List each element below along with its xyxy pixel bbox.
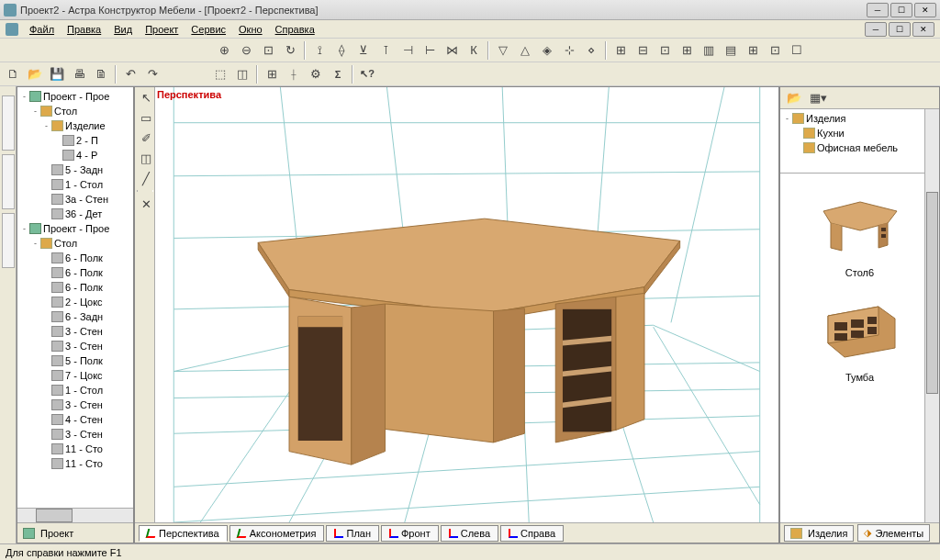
layout-icon[interactable]: ⊡ xyxy=(655,40,675,61)
dock-tab[interactable] xyxy=(2,95,15,151)
tool-icon[interactable]: ⟠ xyxy=(331,40,352,61)
tab-products[interactable]: Изделия xyxy=(784,525,854,542)
tree-node[interactable]: Кухни xyxy=(782,126,937,140)
tree-node[interactable]: -Проект - Прое xyxy=(19,89,131,104)
layout-icon[interactable]: ▥ xyxy=(699,40,719,61)
tab-elements[interactable]: ⬗Элементы xyxy=(857,524,930,542)
measure-icon[interactable]: ⟊ xyxy=(284,64,304,84)
select-icon[interactable]: ⬚ xyxy=(210,64,230,84)
tree-node[interactable]: 36 - Дет xyxy=(19,207,131,221)
tree-node[interactable]: 4 - Р xyxy=(19,148,131,162)
tree-node[interactable]: 2 - Цокс xyxy=(19,295,131,309)
project-tree[interactable]: -Проект - Прое-Стол-Изделие 2 - П 4 - Р … xyxy=(17,87,133,508)
tree-node[interactable]: 11 - Сто xyxy=(19,456,131,471)
tool-icon[interactable]: ⋈ xyxy=(442,40,462,61)
tree-node[interactable]: 6 - Полк xyxy=(19,251,131,265)
horizontal-scrollbar[interactable] xyxy=(17,508,133,522)
sum-icon[interactable]: Σ xyxy=(328,64,348,84)
gallery-item[interactable]: Стол6 xyxy=(810,181,911,278)
tree-node[interactable]: 3а - Стен xyxy=(19,192,131,207)
tool-icon[interactable]: ⊢ xyxy=(420,40,440,61)
tree-node[interactable]: 2 - П xyxy=(19,133,131,148)
tree-node[interactable]: 6 - Полк xyxy=(19,265,131,280)
tree-node[interactable]: 7 - Цокс xyxy=(19,368,131,383)
box-icon[interactable]: ▭ xyxy=(136,107,156,128)
tool-icon[interactable]: ◫ xyxy=(232,64,252,84)
dock-tab[interactable] xyxy=(2,154,15,209)
tool-icon[interactable]: ⊺ xyxy=(375,40,396,61)
tree-node[interactable]: 1 - Стол xyxy=(19,177,131,192)
move-icon[interactable]: ◫ xyxy=(136,148,156,168)
mdi-minimize-button[interactable]: ─ xyxy=(865,22,887,37)
undo-icon[interactable]: ↶ xyxy=(120,64,140,84)
layout-icon[interactable]: ☐ xyxy=(787,40,807,61)
tree-node[interactable]: 3 - Стен xyxy=(19,339,131,353)
tab-front[interactable]: Фронт xyxy=(381,525,439,542)
zoom-fit-icon[interactable]: ⊡ xyxy=(258,40,278,61)
layout-icon[interactable]: ▤ xyxy=(721,40,741,61)
tree-node[interactable]: -Изделия xyxy=(782,111,937,126)
tab-left[interactable]: Слева xyxy=(441,525,498,542)
tool-icon[interactable]: ⊣ xyxy=(397,40,418,61)
menu-edit[interactable]: Правка xyxy=(62,22,106,37)
tool-icon[interactable]: ⟟ xyxy=(309,40,330,61)
mdi-close-button[interactable]: ✕ xyxy=(912,22,934,37)
tab-perspective[interactable]: Перспектива xyxy=(139,525,228,542)
tree-node[interactable]: 5 - Задн xyxy=(19,162,131,177)
layout-icon[interactable]: ⊟ xyxy=(632,40,653,61)
line-icon[interactable]: ╱ xyxy=(136,168,156,188)
tree-node[interactable]: 11 - Сто xyxy=(19,442,131,456)
tree-node[interactable]: -Изделие xyxy=(19,118,131,133)
tool-icon[interactable]: ⊹ xyxy=(559,40,579,61)
tree-node[interactable]: 5 - Полк xyxy=(19,353,131,368)
tree-node[interactable]: -Стол xyxy=(19,104,131,118)
menu-help[interactable]: Справка xyxy=(270,22,320,37)
cut-icon[interactable]: ✕ xyxy=(136,194,156,214)
dock-tab[interactable] xyxy=(2,213,15,268)
tree-node[interactable]: 3 - Стен xyxy=(19,398,131,412)
menu-file[interactable]: Файл xyxy=(24,22,60,37)
tool-icon[interactable]: ▽ xyxy=(493,40,513,61)
tab-plan[interactable]: План xyxy=(326,525,379,542)
menu-view[interactable]: Вид xyxy=(108,22,138,37)
layout-icon[interactable]: ⊡ xyxy=(765,40,785,61)
tree-node[interactable]: -Стол xyxy=(19,236,131,251)
tab-axonometry[interactable]: Аксонометрия xyxy=(229,525,325,542)
layout-icon[interactable]: ⊞ xyxy=(677,40,697,61)
tool-icon[interactable]: ⊻ xyxy=(353,40,374,61)
tree-node[interactable]: Офисная мебель xyxy=(782,140,937,155)
tree-node[interactable]: 6 - Полк xyxy=(19,280,131,295)
zoom-out-icon[interactable]: ⊖ xyxy=(236,40,256,61)
tree-node[interactable]: -Проект - Прое xyxy=(19,221,131,236)
open-folder-icon[interactable]: 📂 xyxy=(784,88,804,108)
mdi-maximize-button[interactable]: ☐ xyxy=(889,22,911,37)
zoom-in-icon[interactable]: ⊕ xyxy=(214,40,234,61)
layout-icon[interactable]: ⊞ xyxy=(610,40,631,61)
refresh-icon[interactable]: ↻ xyxy=(280,40,300,61)
tree-node[interactable]: 6 - Задн xyxy=(19,309,131,324)
menu-window[interactable]: Окно xyxy=(233,22,268,37)
new-icon[interactable]: 🗋 xyxy=(3,64,23,84)
tool-icon[interactable]: △ xyxy=(515,40,535,61)
layout-icon[interactable]: ⊞ xyxy=(743,40,763,61)
minimize-button[interactable]: ─ xyxy=(867,3,889,17)
gears-icon[interactable]: ⚙ xyxy=(306,64,326,84)
maximize-button[interactable]: ☐ xyxy=(890,3,912,17)
print-icon[interactable]: 🖶 xyxy=(69,64,89,84)
save-icon[interactable]: 💾 xyxy=(47,64,67,84)
tool-icon[interactable]: ⊞ xyxy=(262,64,282,84)
close-button[interactable]: ✕ xyxy=(914,3,936,17)
3d-viewport[interactable]: Перспектива xyxy=(155,87,778,522)
menu-service[interactable]: Сервис xyxy=(185,22,231,37)
tool-icon[interactable]: ⋄ xyxy=(581,40,601,61)
vertical-scrollbar[interactable] xyxy=(924,109,939,522)
menu-project[interactable]: Проект xyxy=(140,22,184,37)
library-tree[interactable]: -Изделия Кухни Офисная мебель xyxy=(780,109,939,174)
gallery-item[interactable]: Тумба xyxy=(810,286,911,383)
project-tree-tab[interactable]: Проект xyxy=(17,522,133,543)
help-cursor-icon[interactable]: ↖? xyxy=(357,64,377,84)
grid-view-icon[interactable]: ▦▾ xyxy=(808,88,828,108)
tree-node[interactable]: 3 - Стен xyxy=(19,324,131,339)
edit-icon[interactable]: ✐ xyxy=(136,128,156,148)
cursor-icon[interactable]: ↖ xyxy=(136,87,156,107)
